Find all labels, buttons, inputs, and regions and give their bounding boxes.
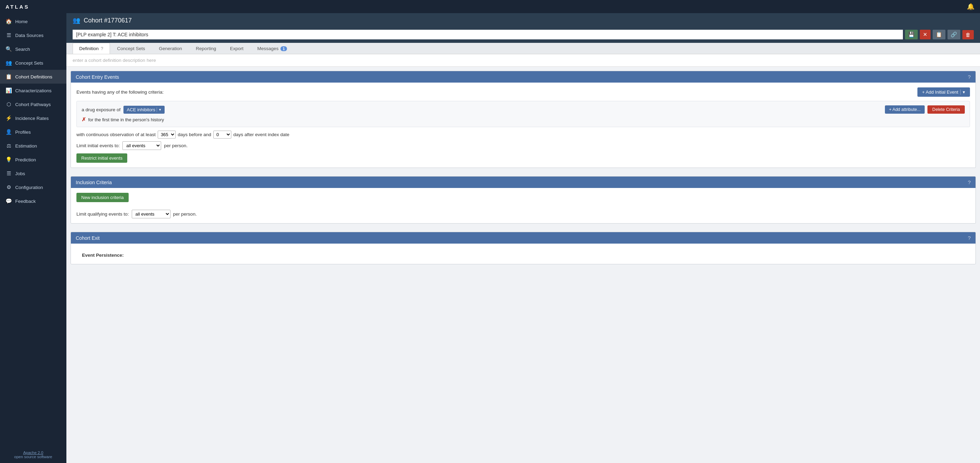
sidebar-item-cohort-definitions[interactable]: 📋Cohort Definitions (0, 70, 67, 84)
restrict-initial-events-button[interactable]: Restrict initial events (76, 154, 127, 163)
days-before-select[interactable]: 365 180 0 (158, 131, 176, 138)
obs-label-before: with continuous observation of at least (76, 132, 156, 137)
events-header-row: Events having any of the following crite… (76, 87, 970, 97)
sidebar-label-estimation: Estimation (15, 143, 37, 149)
tab-label-generation: Generation (159, 46, 182, 51)
cohort-entry-body: Events having any of the following crite… (71, 82, 975, 168)
sidebar-item-estimation[interactable]: ⚖Estimation (0, 139, 67, 153)
tab-definition[interactable]: Definition? (73, 43, 110, 54)
sidebar-icon-concept-sets: 👥 (6, 60, 12, 66)
add-initial-event-button[interactable]: + Add Initial Event ▾ (917, 87, 970, 97)
sidebar-label-jobs: Jobs (15, 171, 25, 176)
new-inclusion-criteria-button[interactable]: New inclusion criteria (76, 193, 129, 202)
cohort-toolbar: 💾 ✕ 📋 🔗 🗑 (67, 28, 980, 43)
sidebar-item-search[interactable]: 🔍Search (0, 42, 67, 56)
sidebar: 🏠Home☰Data Sources🔍Search👥Concept Sets📋C… (0, 13, 67, 463)
tab-label-concept-sets: Concept Sets (117, 46, 145, 51)
description-area[interactable]: enter a cohort definition description he… (67, 54, 980, 67)
sidebar-icon-jobs: ☰ (6, 170, 12, 176)
concept-tag-dropdown-icon: ▾ (157, 108, 161, 112)
limit-events-select[interactable]: all events earliest event latest event (123, 141, 161, 150)
criteria-sub-row: ✗ for the first time in the person's his… (82, 116, 965, 123)
main-content: 👥 Cohort #1770617 💾 ✕ 📋 🔗 🗑 Definition?C… (67, 13, 980, 463)
sidebar-item-home[interactable]: 🏠Home (0, 14, 67, 29)
copy-button[interactable]: 📋 (932, 30, 945, 40)
obs-label-mid: days before and (178, 132, 211, 137)
cohort-entry-help-icon[interactable]: ? (968, 74, 970, 80)
sidebar-label-configuration: Configuration (15, 185, 43, 190)
cohort-entry-section: Cohort Entry Events ? Events having any … (70, 71, 976, 168)
save-button[interactable]: 💾 (905, 30, 918, 40)
delete-button[interactable]: 🗑 (963, 30, 974, 40)
limit-label: Limit initial events to: (76, 143, 120, 148)
cohort-exit-header: Cohort Exit ? (71, 232, 975, 244)
limit-per-person: per person. (164, 143, 188, 148)
concept-tag[interactable]: ACE inhibitors ▾ (123, 106, 165, 114)
sidebar-label-incidence-rates: Incidence Rates (15, 116, 49, 121)
link-button[interactable]: 🔗 (948, 30, 960, 40)
sidebar-icon-cohort-definitions: 📋 (6, 74, 12, 80)
cohort-exit-title: Cohort Exit (76, 235, 100, 241)
cohort-exit-body: Event Persistence: (71, 244, 975, 264)
page-title: Cohort #1770617 (84, 17, 132, 24)
tab-concept-sets[interactable]: Concept Sets (111, 43, 152, 54)
close-button[interactable]: ✕ (920, 30, 931, 40)
sidebar-icon-prediction: 💡 (6, 157, 12, 163)
add-initial-dropdown-arrow: ▾ (960, 89, 965, 95)
events-label: Events having any of the following crite… (76, 89, 164, 95)
tabs-bar: Definition?Concept SetsGenerationReporti… (67, 43, 980, 54)
qualify-events-select[interactable]: all events earliest event latest event (132, 210, 170, 218)
inclusion-criteria-help-icon[interactable]: ? (968, 179, 970, 185)
apache-license-link[interactable]: Apache 2.0 (23, 450, 43, 455)
sidebar-label-characterizations: Characterizations (15, 88, 51, 93)
sidebar-icon-incidence-rates: ⚡ (6, 115, 12, 121)
cohort-exit-help-icon[interactable]: ? (968, 235, 970, 241)
days-after-select[interactable]: 0 30 365 (213, 131, 231, 138)
topbar: ATLAS 🔔 (0, 0, 980, 13)
sidebar-item-incidence-rates[interactable]: ⚡Incidence Rates (0, 111, 67, 125)
sidebar-item-feedback[interactable]: 💬Feedback (0, 194, 67, 208)
add-attribute-button[interactable]: + Add attribute... (885, 105, 925, 114)
qualify-per-person: per person. (173, 211, 197, 217)
tab-label-reporting: Reporting (196, 46, 216, 51)
sidebar-item-jobs[interactable]: ☰Jobs (0, 166, 67, 180)
tab-messages[interactable]: Messages1 (251, 43, 294, 54)
sidebar-label-data-sources: Data Sources (15, 33, 44, 38)
cohort-entry-title: Cohort Entry Events (76, 74, 119, 80)
delete-criteria-button[interactable]: Delete Criteria (928, 105, 965, 114)
criteria-top-row: a drug exposure of ACE inhibitors ▾ + Ad… (82, 105, 965, 114)
sidebar-item-profiles[interactable]: 👤Profiles (0, 125, 67, 139)
notification-bell-icon[interactable]: 🔔 (967, 3, 974, 10)
cohort-name-input[interactable] (73, 30, 903, 40)
sidebar-item-prediction[interactable]: 💡Prediction (0, 153, 67, 166)
open-source-label: open source software (14, 455, 52, 459)
sidebar-item-cohort-pathways[interactable]: ⬡Cohort Pathways (0, 97, 67, 111)
red-x-icon: ✗ (82, 116, 86, 123)
observation-row: with continuous observation of at least … (76, 131, 970, 138)
tab-label-export: Export (230, 46, 243, 51)
sidebar-item-configuration[interactable]: ⚙Configuration (0, 180, 67, 194)
inclusion-criteria-header: Inclusion Criteria ? (71, 176, 975, 188)
sidebar-icon-cohort-pathways: ⬡ (6, 101, 12, 108)
inclusion-criteria-body: New inclusion criteria Limit qualifying … (71, 188, 975, 223)
sidebar-item-concept-sets[interactable]: 👥Concept Sets (0, 56, 67, 70)
sidebar-icon-home: 🏠 (6, 18, 12, 25)
inclusion-criteria-section: Inclusion Criteria ? New inclusion crite… (70, 176, 976, 224)
tab-reporting[interactable]: Reporting (189, 43, 223, 54)
tab-export[interactable]: Export (223, 43, 250, 54)
sidebar-item-data-sources[interactable]: ☰Data Sources (0, 29, 67, 42)
sidebar-item-characterizations[interactable]: 📊Characterizations (0, 84, 67, 97)
sidebar-label-concept-sets: Concept Sets (15, 60, 43, 66)
cohort-entry-header: Cohort Entry Events ? (71, 71, 975, 82)
tab-generation[interactable]: Generation (153, 43, 189, 54)
tab-label-messages: Messages (257, 46, 279, 51)
sidebar-icon-search: 🔍 (6, 46, 12, 52)
sidebar-icon-profiles: 👤 (6, 129, 12, 135)
concept-tag-label: ACE inhibitors (127, 107, 155, 112)
event-persistence-label: Event Persistence: (76, 249, 970, 259)
sidebar-label-prediction: Prediction (15, 157, 36, 162)
sidebar-icon-characterizations: 📊 (6, 87, 12, 94)
sidebar-label-cohort-definitions: Cohort Definitions (15, 74, 52, 79)
criteria-sub-label: for the first time in the person's histo… (88, 117, 164, 122)
tab-help-icon[interactable]: ? (101, 46, 103, 51)
